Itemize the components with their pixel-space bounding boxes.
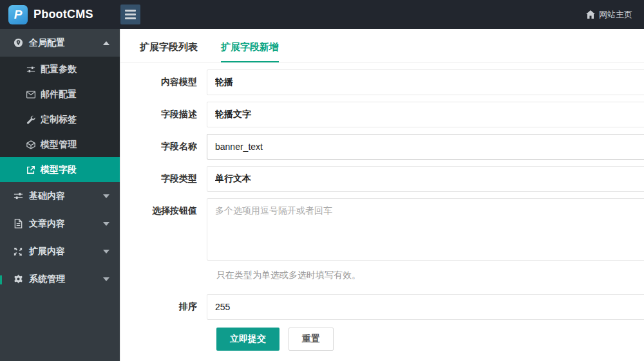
form-actions: 立即提交 重置 xyxy=(216,328,644,351)
form-row-field-name: 字段名称 xyxy=(140,134,644,160)
form-row-option-values: 选择按钮值 xyxy=(140,198,644,263)
chevron-up-icon xyxy=(103,41,109,45)
sidebar-item-label: 全局配置 xyxy=(29,37,103,49)
sidebar-item-label: 基础内容 xyxy=(29,190,103,202)
tab-field-list[interactable]: 扩展字段列表 xyxy=(140,41,198,62)
field-name-label: 字段名称 xyxy=(140,141,207,153)
field-add-form: 内容模型 字段描述 字段名称 字段类型 选择按钮值 只在类型为单选或多选时填写有… xyxy=(120,63,644,351)
top-bar: P PbootCMS 网站主页 xyxy=(0,0,644,29)
option-values-textarea[interactable] xyxy=(207,198,644,261)
sidebar-item-label: 扩展内容 xyxy=(29,246,103,257)
cube-icon xyxy=(26,140,35,149)
sidebar-item-global-config[interactable]: 全局配置 xyxy=(0,29,120,57)
chevron-down-icon xyxy=(103,222,109,226)
option-values-label: 选择按钮值 xyxy=(140,198,207,217)
chevron-down-icon xyxy=(103,194,109,198)
option-values-help-text: 只在类型为单选或多选时填写有效。 xyxy=(216,270,644,281)
field-description-input[interactable] xyxy=(207,102,644,127)
expand-arrows-icon xyxy=(13,246,23,257)
sidebar-item-system-manage[interactable]: 系统管理 xyxy=(0,265,120,293)
submit-button[interactable]: 立即提交 xyxy=(216,328,279,351)
sidebar-item-custom-tags[interactable]: 定制标签 xyxy=(0,107,120,132)
sort-label: 排序 xyxy=(140,301,207,313)
sidebar-item-label: 邮件配置 xyxy=(41,89,77,100)
gear-icon xyxy=(13,274,23,284)
form-row-content-model: 内容模型 xyxy=(140,69,644,95)
sidebar-item-model-manage[interactable]: 模型管理 xyxy=(0,132,120,157)
main-content: 扩展字段列表 扩展字段新增 内容模型 字段描述 字段名称 字段类型 选择按钮值 … xyxy=(120,29,644,361)
sidebar-scroll-indicator xyxy=(0,275,2,284)
form-row-field-description: 字段描述 xyxy=(140,102,644,127)
brand-name: PbootCMS xyxy=(33,8,93,21)
external-link-icon xyxy=(26,165,35,174)
content-model-select[interactable] xyxy=(207,69,644,95)
sidebar-item-extend-content[interactable]: 扩展内容 xyxy=(0,237,120,265)
form-row-sort: 排序 xyxy=(140,294,644,320)
wrench-icon xyxy=(26,115,35,124)
reset-button[interactable]: 重置 xyxy=(289,328,334,351)
sidebar: 全局配置 配置参数 邮件配置 定制标签 模型管理 xyxy=(0,29,120,361)
tab-field-add[interactable]: 扩展字段新增 xyxy=(221,41,279,62)
document-icon xyxy=(13,219,23,229)
field-type-label: 字段类型 xyxy=(140,173,207,185)
sliders-icon xyxy=(26,64,35,74)
content-model-label: 内容模型 xyxy=(140,77,207,88)
field-type-select[interactable] xyxy=(207,166,644,192)
form-row-field-type: 字段类型 xyxy=(140,166,644,192)
sidebar-item-basic-content[interactable]: 基础内容 xyxy=(0,182,120,210)
sidebar-item-article-content[interactable]: 文章内容 xyxy=(0,210,120,237)
sidebar-item-label: 系统管理 xyxy=(29,273,103,285)
envelope-icon xyxy=(26,89,35,99)
field-name-input[interactable] xyxy=(207,134,644,160)
home-icon xyxy=(586,10,595,19)
chevron-down-icon xyxy=(103,250,109,254)
brand: P PbootCMS xyxy=(0,0,120,29)
tab-bar: 扩展字段列表 扩展字段新增 xyxy=(120,41,644,63)
global-config-submenu: 配置参数 邮件配置 定制标签 模型管理 模型字段 xyxy=(0,57,120,182)
site-home-link[interactable]: 网站主页 xyxy=(586,9,644,21)
sidebar-item-model-fields[interactable]: 模型字段 xyxy=(0,157,120,182)
hamburger-menu-icon[interactable] xyxy=(120,5,140,24)
globe-icon xyxy=(13,38,23,48)
sidebar-item-label: 模型管理 xyxy=(41,139,77,151)
sidebar-item-mail-config[interactable]: 邮件配置 xyxy=(0,82,120,107)
sidebar-item-label: 文章内容 xyxy=(29,218,103,230)
pbootcms-logo-icon: P xyxy=(8,5,28,24)
site-home-label: 网站主页 xyxy=(599,9,632,21)
sidebar-item-config-params[interactable]: 配置参数 xyxy=(0,57,120,82)
sliders-icon xyxy=(13,191,23,201)
sidebar-item-label: 配置参数 xyxy=(41,64,77,75)
field-description-label: 字段描述 xyxy=(140,109,207,120)
sidebar-item-label: 模型字段 xyxy=(41,164,77,176)
chevron-down-icon xyxy=(103,277,109,281)
sidebar-item-label: 定制标签 xyxy=(41,114,77,125)
logo-letter: P xyxy=(14,8,23,21)
sort-input[interactable] xyxy=(207,294,644,320)
